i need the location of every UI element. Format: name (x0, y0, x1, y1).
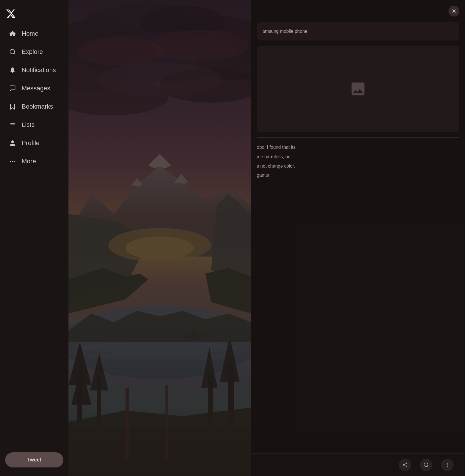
svg-line-1 (14, 53, 15, 54)
close-button[interactable]: ✕ (448, 6, 459, 17)
image-placeholder-icon (349, 80, 367, 97)
ellipsis-icon (444, 462, 450, 468)
sidebar-item-explore[interactable]: Explore (3, 43, 66, 60)
svg-point-16 (77, 37, 163, 66)
svg-rect-48 (126, 388, 129, 459)
share-icon (402, 462, 408, 468)
close-icon: ✕ (452, 8, 456, 15)
share-button[interactable] (399, 459, 411, 471)
more-icon (9, 157, 17, 165)
svg-point-30 (80, 342, 240, 353)
svg-point-2 (10, 161, 11, 162)
tweet-image-preview (257, 46, 459, 132)
sidebar-item-bookmarks-label: Bookmarks (22, 103, 53, 110)
tweet-button[interactable]: Tweet (5, 452, 63, 467)
sidebar-item-home-label: Home (22, 30, 39, 37)
svg-line-51 (427, 466, 428, 467)
home-icon (9, 30, 17, 38)
tweet-text-partial-1: amsung mobile phone (262, 28, 454, 35)
profile-icon (9, 139, 17, 147)
sidebar-item-lists-label: Lists (22, 121, 35, 129)
svg-point-17 (151, 30, 248, 61)
svg-point-52 (447, 463, 448, 463)
partial-text-block: obo, I found that its me harmless, but s… (257, 137, 459, 185)
sidebar-item-notifications[interactable]: Notifications (3, 62, 66, 79)
partial-text-3: me harmless, but (257, 153, 459, 161)
sidebar-item-more[interactable]: More (3, 153, 66, 170)
bookmarks-icon (9, 103, 17, 111)
search-button[interactable] (420, 459, 432, 471)
sidebar: Home Explore Notifications Messages Book (0, 0, 68, 476)
svg-point-26 (126, 237, 194, 259)
sidebar-item-notifications-label: Notifications (22, 66, 56, 74)
partial-text-4: s not change color, (257, 162, 459, 170)
explore-icon (9, 48, 17, 56)
sidebar-item-profile[interactable]: Profile (3, 135, 66, 152)
search-icon (423, 462, 429, 468)
svg-point-18 (97, 63, 223, 97)
partial-text-2: obo, I found that its (257, 143, 459, 152)
lists-icon (9, 121, 17, 129)
messages-icon (9, 84, 17, 92)
sidebar-item-messages[interactable]: Messages (3, 80, 66, 97)
bottom-action-bar (251, 453, 465, 476)
sidebar-item-explore-label: Explore (22, 48, 43, 56)
svg-point-53 (447, 464, 448, 465)
partial-text-5: gamut (257, 171, 459, 180)
landscape-image (68, 0, 251, 476)
svg-point-54 (447, 466, 448, 467)
more-options-button[interactable] (441, 459, 454, 471)
sidebar-item-lists[interactable]: Lists (3, 116, 66, 133)
sidebar-item-more-label: More (22, 158, 36, 165)
sidebar-nav: Home Explore Notifications Messages Book (0, 25, 68, 449)
notifications-icon (9, 66, 17, 74)
main-photo-area (68, 0, 251, 476)
svg-point-50 (424, 463, 428, 466)
svg-point-3 (12, 161, 13, 162)
tweet-card: amsung mobile phone (257, 22, 459, 40)
svg-rect-49 (165, 385, 168, 459)
x-logo-icon (6, 9, 16, 19)
svg-point-4 (14, 161, 15, 162)
panel-header: ✕ (257, 6, 459, 17)
logo[interactable] (0, 6, 68, 25)
sidebar-item-bookmarks[interactable]: Bookmarks (3, 98, 66, 115)
sidebar-item-home[interactable]: Home (3, 25, 66, 42)
sidebar-item-messages-label: Messages (22, 85, 50, 92)
right-panel: ✕ amsung mobile phone obo, I found that … (251, 0, 465, 476)
svg-point-0 (10, 49, 15, 54)
sidebar-item-profile-label: Profile (22, 139, 39, 147)
